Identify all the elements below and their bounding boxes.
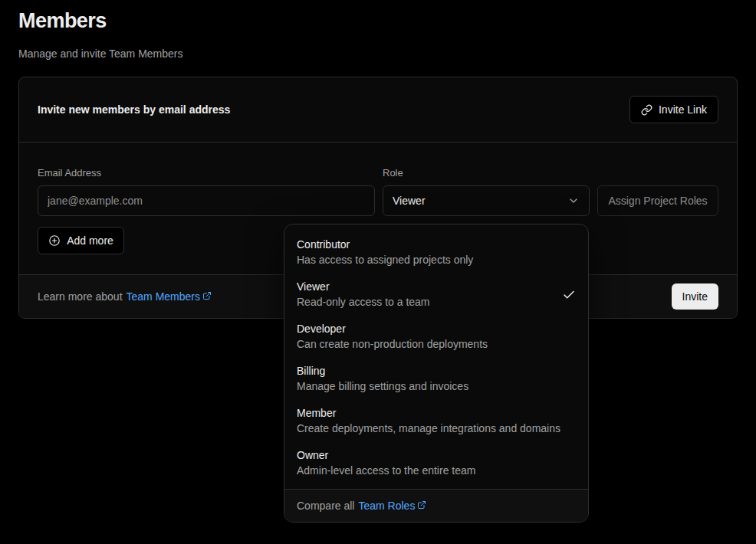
- role-option-contributor[interactable]: Contributor Has access to assigned proje…: [284, 231, 588, 274]
- email-input[interactable]: [38, 185, 375, 216]
- role-option-description: Has access to assigned projects only: [297, 254, 473, 267]
- role-label: Role: [383, 167, 590, 179]
- invite-button-label: Invite: [682, 290, 708, 303]
- team-roles-link[interactable]: Team Roles: [358, 500, 426, 512]
- role-dropdown-menu: Contributor Has access to assigned proje…: [284, 224, 589, 523]
- role-option-description: Manage billing settings and invoices: [297, 380, 468, 393]
- invite-card-header: Invite new members by email address Invi…: [19, 77, 737, 143]
- role-option-name: Viewer: [297, 280, 430, 293]
- add-more-button[interactable]: Add more: [38, 227, 124, 254]
- team-members-link-label: Team Members: [127, 290, 200, 303]
- role-option-text: Member Create deployments, manage integr…: [297, 407, 560, 435]
- page-subtitle: Manage and invite Team Members: [18, 48, 738, 60]
- chevron-down-icon: [567, 195, 580, 207]
- role-option-text: Viewer Read-only access to a team: [297, 280, 430, 309]
- role-select[interactable]: Viewer: [383, 185, 590, 216]
- role-option-name: Owner: [297, 449, 475, 462]
- role-option-text: Billing Manage billing settings and invo…: [297, 365, 468, 393]
- role-option-member[interactable]: Member Create deployments, manage integr…: [284, 400, 588, 442]
- invite-link-button-label: Invite Link: [659, 103, 707, 116]
- role-option-name: Billing: [297, 365, 468, 378]
- assign-field-group: Assign Project Roles: [597, 167, 718, 216]
- role-option-description: Admin-level access to the entire team: [297, 464, 475, 477]
- team-members-link[interactable]: Team Members: [127, 290, 212, 303]
- role-option-viewer[interactable]: Viewer Read-only access to a team: [284, 274, 588, 316]
- compare-all-label: Compare all: [297, 500, 354, 512]
- invite-card-title: Invite new members by email address: [38, 103, 230, 116]
- assign-project-roles-button[interactable]: Assign Project Roles: [597, 185, 718, 216]
- external-link-icon: [202, 291, 212, 300]
- role-option-text: Contributor Has access to assigned proje…: [297, 238, 473, 267]
- email-label: Email Address: [38, 167, 375, 179]
- link-icon: [641, 104, 652, 116]
- role-select-value: Viewer: [393, 195, 426, 207]
- role-dropdown-list: Contributor Has access to assigned proje…: [284, 224, 588, 489]
- email-field-group: Email Address: [38, 167, 375, 216]
- team-roles-link-label: Team Roles: [358, 500, 415, 512]
- role-option-billing[interactable]: Billing Manage billing settings and invo…: [284, 358, 588, 400]
- role-option-description: Read-only access to a team: [297, 296, 430, 309]
- invite-button[interactable]: Invite: [672, 283, 718, 310]
- external-link-icon: [417, 500, 426, 510]
- assign-project-roles-label: Assign Project Roles: [608, 195, 707, 207]
- learn-more-text: Learn more about Team Members: [38, 290, 212, 303]
- invite-link-button[interactable]: Invite Link: [629, 96, 718, 123]
- role-option-name: Member: [297, 407, 560, 420]
- role-option-text: Owner Admin-level access to the entire t…: [297, 449, 475, 477]
- add-more-button-label: Add more: [67, 234, 113, 247]
- role-option-owner[interactable]: Owner Admin-level access to the entire t…: [284, 442, 588, 484]
- role-option-developer[interactable]: Developer Can create non-production depl…: [284, 316, 588, 358]
- role-option-text: Developer Can create non-production depl…: [297, 323, 488, 351]
- role-field-group: Role Viewer: [383, 167, 590, 216]
- role-option-description: Can create non-production deployments: [297, 338, 488, 351]
- role-option-description: Create deployments, manage integrations …: [297, 422, 560, 435]
- plus-circle-icon: [48, 234, 61, 247]
- role-option-name: Developer: [297, 323, 488, 336]
- learn-more-label: Learn more about: [38, 290, 123, 303]
- role-option-name: Contributor: [297, 238, 473, 251]
- check-icon: [562, 288, 576, 302]
- page-title: Members: [18, 9, 738, 32]
- role-dropdown-footer: Compare all Team Roles: [284, 489, 588, 522]
